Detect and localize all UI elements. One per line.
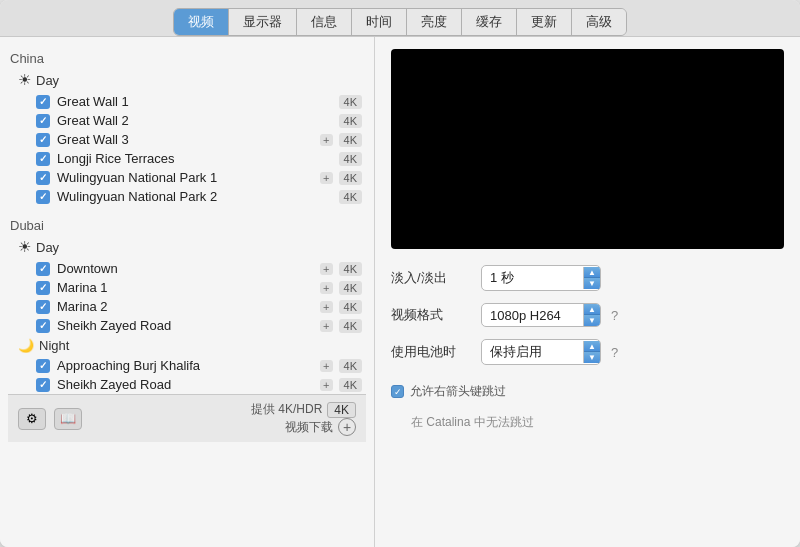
main-content: China ☀ Day Great Wall 1 4K Great Wall 2… [0, 37, 800, 547]
battery-input[interactable]: 保持启用 ▲ ▼ [481, 339, 601, 365]
battery-stepper-down[interactable]: ▼ [584, 352, 600, 363]
fade-stepper-up[interactable]: ▲ [584, 267, 600, 278]
add-download-button[interactable]: + [338, 418, 356, 436]
checkbox-burj[interactable] [36, 359, 50, 373]
checkbox-wulingyuan-1[interactable] [36, 171, 50, 185]
section-dubai: Dubai [8, 214, 366, 235]
list-item[interactable]: Sheikh Zayed Road + 4K [8, 316, 366, 335]
dubai-night-label: Night [39, 338, 69, 353]
tab-time[interactable]: 时间 [352, 9, 407, 35]
fade-setting-row: 淡入/淡出 1 秒 ▲ ▼ [391, 265, 784, 291]
format-setting-row: 视频格式 1080p H264 ▲ ▼ ? [391, 303, 784, 327]
badge-4k-great-wall-2: 4K [339, 114, 362, 128]
tab-advanced[interactable]: 高级 [572, 9, 626, 35]
fade-input[interactable]: 1 秒 ▲ ▼ [481, 265, 601, 291]
plus-badge-marina-1: + [320, 282, 332, 294]
fade-stepper-down[interactable]: ▼ [584, 278, 600, 289]
list-item[interactable]: Approaching Burj Khalifa + 4K [8, 356, 366, 375]
china-day-label: Day [36, 73, 59, 88]
checkbox-downtown[interactable] [36, 262, 50, 276]
plus-badge-burj: + [320, 360, 332, 372]
list-item[interactable]: Downtown + 4K [8, 259, 366, 278]
format-input[interactable]: 1080p H264 ▲ ▼ [481, 303, 601, 327]
format-label: 视频格式 [391, 306, 481, 324]
main-window: 视频 显示器 信息 时间 亮度 缓存 更新 高级 China ☀ Day Gre… [0, 0, 800, 547]
checkbox-longji[interactable] [36, 152, 50, 166]
provide-4k-label: 提供 4K/HDR [251, 401, 322, 418]
bottom-toolbar: ⚙ 📖 提供 4K/HDR 4K 视频下载 + [8, 394, 366, 442]
provide-4k-row: 提供 4K/HDR 4K [251, 401, 356, 418]
battery-setting-row: 使用电池时 保持启用 ▲ ▼ ? [391, 339, 784, 365]
badge-4k-longji: 4K [339, 152, 362, 166]
bottom-info: 提供 4K/HDR 4K 视频下载 + [251, 401, 356, 436]
tab-video[interactable]: 视频 [174, 9, 229, 35]
tab-info[interactable]: 信息 [297, 9, 352, 35]
item-name-marina-2: Marina 2 [57, 299, 320, 314]
badge-4k-burj: 4K [339, 359, 362, 373]
format-stepper-up[interactable]: ▲ [584, 304, 600, 315]
checkbox-sheikh-day[interactable] [36, 319, 50, 333]
checkbox-great-wall-2[interactable] [36, 114, 50, 128]
skip-note: 在 Catalina 中无法跳过 [391, 414, 784, 431]
dubai-day-header: ☀ Day [8, 235, 366, 259]
settings-rows: 淡入/淡出 1 秒 ▲ ▼ 视频格式 [391, 265, 784, 431]
item-name-longji: Longji Rice Terraces [57, 151, 337, 166]
plus-icon: + [343, 419, 351, 435]
battery-help-icon[interactable]: ? [611, 345, 618, 360]
badge-4k-marina-1: 4K [339, 281, 362, 295]
format-stepper[interactable]: ▲ ▼ [583, 304, 600, 326]
gear-icon: ⚙ [26, 411, 38, 426]
video-preview [391, 49, 784, 249]
left-panel: China ☀ Day Great Wall 1 4K Great Wall 2… [0, 37, 375, 547]
plus-badge-downtown: + [320, 263, 332, 275]
battery-control: 保持启用 ▲ ▼ ? [481, 339, 618, 365]
checkbox-sheikh-night[interactable] [36, 378, 50, 392]
list-item[interactable]: Marina 2 + 4K [8, 297, 366, 316]
list-item[interactable]: Wulingyuan National Park 2 4K [8, 187, 366, 206]
section-china: China [8, 47, 366, 68]
badge-4k-large: 4K [327, 402, 356, 418]
list-item[interactable]: Sheikh Zayed Road + 4K [8, 375, 366, 394]
battery-label: 使用电池时 [391, 343, 481, 361]
list-item[interactable]: Longji Rice Terraces 4K [8, 149, 366, 168]
tab-display[interactable]: 显示器 [229, 9, 297, 35]
format-value: 1080p H264 [482, 305, 583, 326]
fade-control: 1 秒 ▲ ▼ [481, 265, 601, 291]
list-item[interactable]: Marina 1 + 4K [8, 278, 366, 297]
fade-label: 淡入/淡出 [391, 269, 481, 287]
badge-4k-great-wall-3: 4K [339, 133, 362, 147]
tab-cache[interactable]: 缓存 [462, 9, 517, 35]
sun-icon-dubai: ☀ [18, 238, 31, 256]
allow-skip-checkbox[interactable] [391, 385, 404, 398]
item-name-wulingyuan-2: Wulingyuan National Park 2 [57, 189, 337, 204]
battery-stepper[interactable]: ▲ ▼ [583, 341, 600, 363]
book-icon: 📖 [60, 411, 76, 426]
item-name-great-wall-2: Great Wall 2 [57, 113, 337, 128]
badge-4k-downtown: 4K [339, 262, 362, 276]
china-day-header: ☀ Day [8, 68, 366, 92]
list-item[interactable]: Great Wall 1 4K [8, 92, 366, 111]
checkbox-wulingyuan-2[interactable] [36, 190, 50, 204]
format-help-icon[interactable]: ? [611, 308, 618, 323]
format-control: 1080p H264 ▲ ▼ ? [481, 303, 618, 327]
allow-skip-row: 允许右箭头键跳过 [391, 383, 784, 400]
tab-update[interactable]: 更新 [517, 9, 572, 35]
book-button[interactable]: 📖 [54, 408, 82, 430]
list-item[interactable]: Wulingyuan National Park 1 + 4K [8, 168, 366, 187]
list-item[interactable]: Great Wall 3 + 4K [8, 130, 366, 149]
gear-button[interactable]: ⚙ [18, 408, 46, 430]
item-name-wulingyuan-1: Wulingyuan National Park 1 [57, 170, 320, 185]
fade-stepper[interactable]: ▲ ▼ [583, 267, 600, 289]
checkbox-marina-1[interactable] [36, 281, 50, 295]
checkbox-marina-2[interactable] [36, 300, 50, 314]
moon-icon: 🌙 [18, 338, 34, 353]
badge-4k-sheikh-night: 4K [339, 378, 362, 392]
checkbox-great-wall-3[interactable] [36, 133, 50, 147]
format-stepper-down[interactable]: ▼ [584, 315, 600, 326]
allow-skip-label: 允许右箭头键跳过 [410, 383, 506, 400]
tab-brightness[interactable]: 亮度 [407, 9, 462, 35]
list-item[interactable]: Great Wall 2 4K [8, 111, 366, 130]
battery-stepper-up[interactable]: ▲ [584, 341, 600, 352]
checkbox-great-wall-1[interactable] [36, 95, 50, 109]
badge-4k-great-wall-1: 4K [339, 95, 362, 109]
